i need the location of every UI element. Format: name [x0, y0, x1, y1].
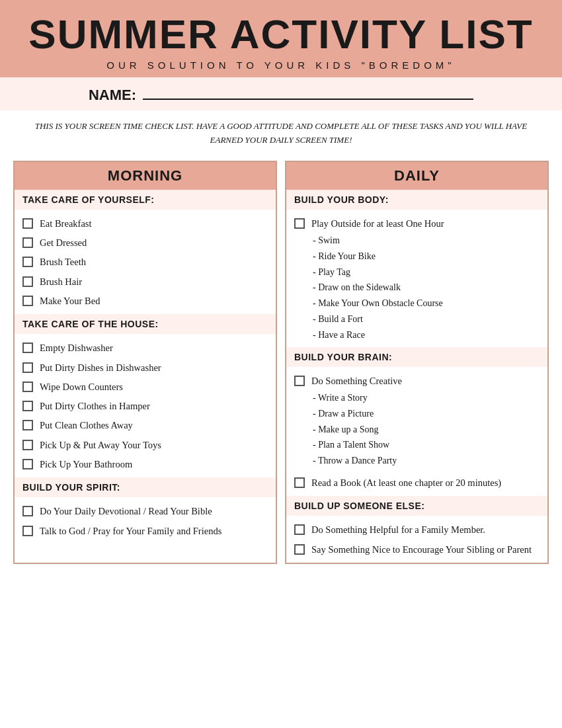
checkbox[interactable] [22, 362, 33, 373]
list-item: Say Something Nice to Encourage Your Sib… [294, 540, 540, 559]
main-title: SUMMER ACTIVITY LIST [20, 12, 542, 57]
item-label: Make Your Bed [40, 294, 268, 307]
sub-item: - Make Your Own Obstacle Course [313, 296, 540, 311]
sub-item: - Draw a Picture [313, 406, 540, 422]
item-label: Brush Hair [40, 275, 268, 288]
list-item: Do Your Daily Devotional / Read Your Bib… [22, 501, 268, 520]
section-build-someone: BUILD UP SOMEONE ELSE: [286, 496, 547, 516]
list-item: Do Something Helpful for a Family Member… [294, 520, 540, 539]
item-label: Wipe Down Counters [40, 380, 268, 393]
sub-item: - Ride Your Bike [313, 249, 540, 264]
morning-column: MORNING TAKE CARE OF YOURSELF: Eat Break… [13, 161, 277, 564]
sub-item: - Swim [313, 233, 540, 249]
name-section: NAME: [0, 77, 562, 110]
take-care-house-list: Empty Dishwasher Put Dirty Dishes in Dis… [15, 334, 276, 477]
item-label: Get Dressed [40, 236, 268, 249]
columns: MORNING TAKE CARE OF YOURSELF: Eat Break… [0, 154, 562, 577]
item-label: Read a Book (At least one chapter or 20 … [311, 476, 540, 489]
sub-item: - Have a Race [313, 327, 540, 343]
list-item: Pick Up Your Bathroom [22, 454, 268, 473]
list-item: Read a Book (At least one chapter or 20 … [294, 473, 540, 492]
item-label: Say Something Nice to Encourage Your Sib… [311, 543, 540, 556]
checkbox[interactable] [294, 524, 305, 535]
list-item: Put Dirty Dishes in Dishwasher [22, 358, 268, 377]
list-item: Get Dressed [22, 233, 268, 252]
morning-header: MORNING [15, 162, 276, 190]
item-label: Do Something Creative [311, 374, 540, 387]
item-label: Do Something Helpful for a Family Member… [311, 523, 540, 536]
page: SUMMER ACTIVITY LIST OUR SOLUTION TO YOU… [0, 0, 562, 728]
take-care-yourself-list: Eat Breakfast Get Dressed Brush Teeth Br… [15, 210, 276, 314]
item-label: Empty Dishwasher [40, 341, 268, 354]
checkbox[interactable] [22, 382, 33, 392]
checkbox[interactable] [294, 477, 305, 488]
name-label: NAME: [89, 87, 136, 104]
list-item: Brush Hair [22, 272, 268, 291]
checkbox[interactable] [22, 343, 33, 353]
checkbox[interactable] [22, 506, 33, 516]
section-build-spirit: BUILD YOUR SPIRIT: [15, 477, 276, 497]
checkbox[interactable] [22, 401, 33, 411]
item-label: Eat Breakfast [40, 217, 268, 230]
checkbox[interactable] [294, 544, 305, 555]
checkbox[interactable] [22, 237, 33, 248]
list-item: Brush Teeth [22, 252, 268, 271]
checkbox[interactable] [22, 257, 33, 267]
list-item: Make Your Bed [22, 291, 268, 310]
item-label: Pick Up Your Bathroom [40, 458, 268, 471]
checkbox[interactable] [294, 218, 305, 229]
build-body-list: Play Outside for at least One Hour - Swi… [286, 210, 547, 347]
sub-items-brain: - Write a Story - Draw a Picture - Make … [294, 390, 540, 469]
checkbox[interactable] [22, 218, 33, 229]
checkbox[interactable] [22, 276, 33, 287]
list-item: Eat Breakfast [22, 214, 268, 233]
list-item: Empty Dishwasher [22, 338, 268, 357]
list-item: Pick Up & Put Away Your Toys [22, 435, 268, 454]
header-section: SUMMER ACTIVITY LIST OUR SOLUTION TO YOU… [0, 0, 562, 77]
sub-item: - Play Tag [313, 264, 540, 280]
sub-item: - Plan a Talent Show [313, 437, 540, 453]
section-take-care-yourself: TAKE CARE OF YOURSELF: [15, 190, 276, 210]
item-label: Brush Teeth [40, 255, 268, 268]
build-spirit-list: Do Your Daily Devotional / Read Your Bib… [15, 497, 276, 544]
checkbox[interactable] [22, 526, 33, 536]
intro-text: THIS IS YOUR SCREEN TIME CHECK LIST. HAV… [0, 110, 562, 154]
checkbox[interactable] [22, 440, 33, 450]
checkbox[interactable] [294, 376, 305, 386]
item-label: Do Your Daily Devotional / Read Your Bib… [40, 505, 268, 518]
checkbox[interactable] [22, 420, 33, 430]
daily-column: DAILY BUILD YOUR BODY: Play Outside for … [285, 161, 549, 564]
section-build-body: BUILD YOUR BODY: [286, 190, 547, 210]
item-label: Put Dirty Dishes in Dishwasher [40, 361, 268, 374]
item-label: Put Dirty Clothes in Hamper [40, 399, 268, 413]
list-item: Play Outside for at least One Hour [294, 214, 540, 233]
list-item: Do Something Creative [294, 371, 540, 390]
section-take-care-house: TAKE CARE OF THE HOUSE: [15, 314, 276, 334]
list-item: Wipe Down Counters [22, 377, 268, 396]
subtitle: OUR SOLUTION TO YOUR KIDS "BOREDOM" [20, 60, 542, 71]
sub-item: - Draw on the Sidewalk [313, 280, 540, 296]
item-label: Pick Up & Put Away Your Toys [40, 438, 268, 452]
list-item: Put Dirty Clothes in Hamper [22, 396, 268, 415]
name-line [143, 84, 473, 100]
list-item: Talk to God / Pray for Your Family and F… [22, 521, 268, 540]
sub-item: - Throw a Dance Party [313, 453, 540, 469]
sub-item: - Write a Story [313, 390, 540, 406]
sub-item: - Build a Fort [313, 311, 540, 327]
item-label: Play Outside for at least One Hour [311, 217, 540, 230]
name-row: NAME: [20, 84, 542, 104]
section-build-brain: BUILD YOUR BRAIN: [286, 347, 547, 367]
list-item: Put Clean Clothes Away [22, 415, 268, 434]
build-someone-list: Do Something Helpful for a Family Member… [286, 516, 547, 563]
item-label: Put Clean Clothes Away [40, 419, 268, 432]
checkbox[interactable] [22, 459, 33, 469]
checkbox[interactable] [22, 296, 33, 306]
sub-items-body: - Swim - Ride Your Bike - Play Tag - Dra… [294, 233, 540, 343]
build-brain-list: Do Something Creative - Write a Story - … [286, 367, 547, 497]
item-label: Talk to God / Pray for Your Family and F… [40, 524, 268, 538]
daily-header: DAILY [286, 162, 547, 190]
sub-item: - Make up a Song [313, 422, 540, 438]
